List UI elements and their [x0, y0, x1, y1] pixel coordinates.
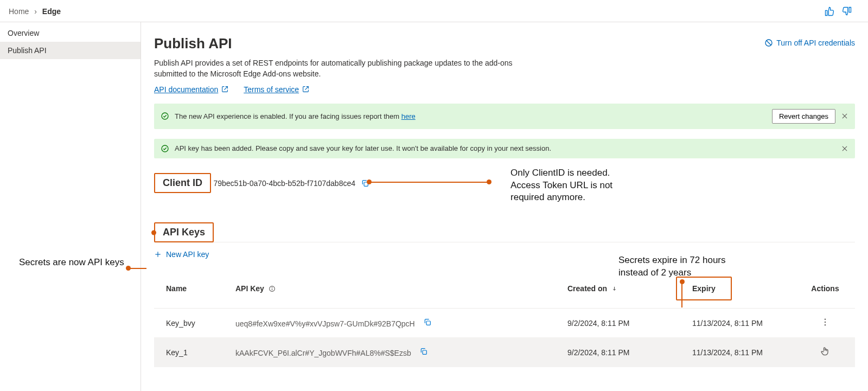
close-icon[interactable]	[841, 145, 848, 152]
breadcrumb-current: Edge	[42, 7, 61, 16]
info-icon	[269, 285, 276, 292]
client-id-heading: Client ID	[154, 173, 211, 193]
table-row: Key_bvy ueq8#feXw9xe#V%y#xvVJpsw7-GUmDk#…	[154, 309, 855, 338]
prohibit-icon	[764, 39, 773, 47]
external-link-icon	[221, 86, 228, 93]
banner-text: API key has been added. Please copy and …	[175, 144, 551, 152]
sidebar-item-overview[interactable]: Overview	[0, 24, 141, 42]
api-keys-heading: API Keys	[154, 222, 214, 242]
copy-icon[interactable]	[423, 318, 432, 326]
thumbs-up-icon[interactable]	[824, 5, 835, 17]
banner-api-enabled: The new API experience is enabled. If yo…	[154, 104, 855, 129]
more-actions-icon[interactable]	[820, 317, 830, 327]
table-row: Key_1 kAAkFCVK_P6I.alCr#Y_JgobWVFh#AL8%#…	[154, 337, 855, 367]
cell-key: ueq8#feXw9xe#V%y#xvVJpsw7-GUmDk#92B7QpcH	[230, 309, 562, 338]
copy-icon[interactable]	[419, 347, 428, 356]
col-apikey[interactable]: API Key	[230, 269, 562, 309]
sort-down-icon	[611, 286, 617, 292]
client-id-section: Client ID 79bec51b-0a70-4bcb-b52b-f7107d…	[154, 172, 855, 204]
breadcrumb-home[interactable]: Home	[9, 7, 29, 16]
cell-key: kAAkFCVK_P6I.alCr#Y_JgobWVFh#AL8%#S$Ezsb	[230, 337, 562, 367]
svg-rect-19	[423, 350, 426, 354]
banner-key-added: API key has been added. Please copy and …	[154, 139, 855, 158]
svg-point-13	[272, 287, 272, 288]
main-content: Secrets are now API keys Publish API Pub…	[141, 22, 868, 391]
plus-icon	[154, 251, 162, 258]
svg-point-17	[825, 322, 826, 323]
revert-changes-button[interactable]: Revert changes	[772, 109, 835, 124]
sidebar-item-publish-api[interactable]: Publish API	[0, 42, 141, 59]
api-keys-table: Name API Key Created on Expiry Actions	[154, 269, 855, 367]
svg-point-2	[162, 113, 168, 119]
cell-expiry: 11/13/2024, 8:11 PM	[671, 337, 795, 367]
cell-created: 9/2/2024, 8:11 PM	[562, 337, 671, 367]
external-link-icon	[302, 86, 309, 93]
check-circle-icon	[161, 112, 169, 120]
cell-name: Key_1	[154, 337, 230, 367]
turn-off-api-button[interactable]: Turn off API credentials	[764, 39, 855, 47]
cell-name: Key_bvy	[154, 309, 230, 338]
svg-rect-15	[426, 321, 430, 325]
page-description: Publish API provides a set of REST endpo…	[154, 57, 545, 80]
annotation-clientid: Only ClientID is needed. Access Token UR…	[510, 167, 641, 204]
col-expiry[interactable]: Expiry	[671, 269, 795, 309]
new-api-key-button[interactable]: New API key	[154, 250, 209, 259]
svg-point-16	[825, 319, 826, 320]
svg-line-1	[767, 41, 771, 46]
sidebar: Overview Publish API	[0, 22, 141, 391]
link-api-docs[interactable]: API documentation	[154, 85, 228, 94]
svg-point-5	[162, 145, 168, 152]
cursor-pointer-icon	[820, 346, 831, 357]
cell-expiry: 11/13/2024, 8:11 PM	[671, 309, 795, 338]
close-icon[interactable]	[841, 112, 848, 120]
link-terms-of-service[interactable]: Terms of service	[244, 85, 309, 94]
check-circle-icon	[161, 144, 169, 153]
col-actions: Actions	[795, 269, 855, 309]
col-name[interactable]: Name	[154, 269, 230, 309]
api-keys-section: API Keys	[154, 222, 855, 242]
page-title: Publish API	[154, 35, 545, 52]
breadcrumb: Home › Edge	[9, 7, 61, 16]
thumbs-down-icon[interactable]	[841, 5, 853, 17]
breadcrumb-separator: ›	[34, 7, 37, 16]
banner-text: The new API experience is enabled. If yo…	[175, 112, 416, 120]
cell-created: 9/2/2024, 8:11 PM	[562, 309, 671, 338]
svg-point-18	[825, 324, 826, 325]
client-id-value: 79bec51b-0a70-4bcb-b52b-f7107dab8ce4	[213, 179, 355, 188]
banner-report-link[interactable]: here	[401, 112, 416, 120]
annotation-apikeys: Secrets are now API keys	[19, 257, 127, 269]
